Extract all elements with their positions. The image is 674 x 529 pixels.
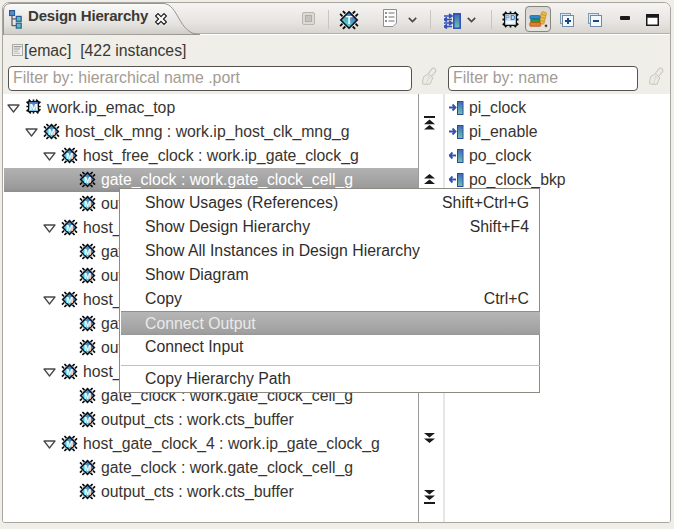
- svg-text:T: T: [346, 14, 353, 26]
- svg-text:D: D: [510, 14, 515, 21]
